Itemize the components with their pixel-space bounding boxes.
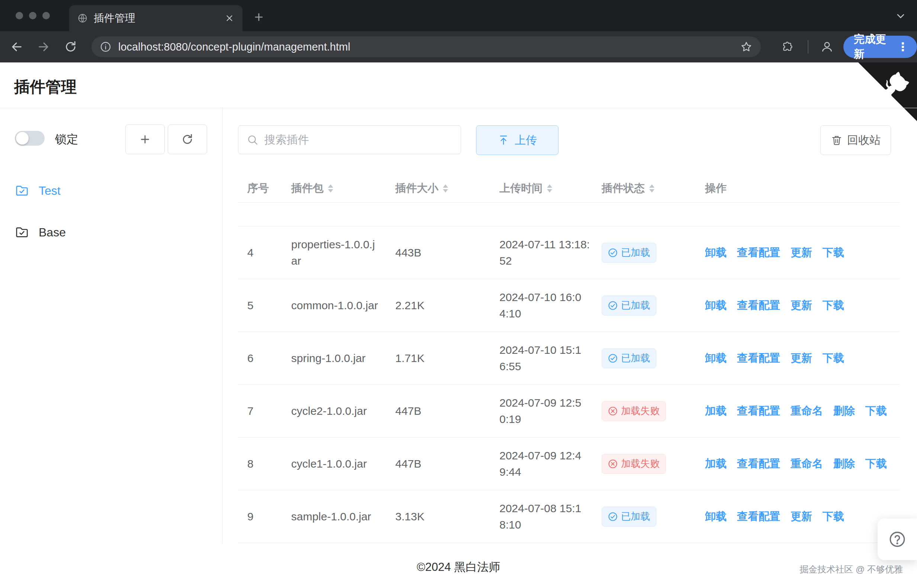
action-link[interactable]: 查看配置 — [737, 245, 780, 260]
sidebar-item-test[interactable]: Test — [15, 179, 61, 202]
address-bar[interactable]: localhost:8080/concept-plugin/management… — [92, 36, 761, 57]
column-header-label: 插件状态 — [602, 181, 645, 196]
column-header[interactable]: 插件大小 — [395, 181, 500, 196]
cell-upload-time: 2024-07-10 15:16:55 — [500, 342, 602, 375]
status-badge: 已加载 — [602, 507, 656, 527]
cell-actions: 卸载查看配置更新下载 — [705, 509, 900, 524]
action-link[interactable]: 下载 — [823, 351, 844, 366]
column-header[interactable]: 上传时间 — [500, 181, 602, 196]
cell-status: 已加载 — [602, 296, 705, 315]
cell-package: properties-1.0.0.jar — [291, 236, 395, 269]
back-button[interactable] — [10, 40, 23, 53]
action-link[interactable]: 下载 — [823, 509, 844, 524]
action-link[interactable]: 下载 — [823, 245, 844, 260]
status-badge-label: 加载失败 — [621, 457, 660, 470]
profile-avatar-icon[interactable] — [820, 40, 834, 53]
cell-upload-time: 2024-07-09 12:49:44 — [500, 447, 602, 480]
chrome-update-button[interactable]: 完成更新 ⋮ — [843, 36, 917, 58]
cell-status: 已加载 — [602, 348, 705, 368]
cell-upload-time: 2024-07-10 16:04:10 — [500, 289, 602, 322]
action-link[interactable]: 卸载 — [705, 245, 726, 260]
url-text[interactable]: localhost:8080/concept-plugin/management… — [118, 41, 350, 53]
table-header-row: 序号插件包插件大小上传时间插件状态操作 — [238, 175, 900, 203]
action-link[interactable]: 更新 — [791, 245, 812, 260]
window-controls — [16, 12, 50, 19]
window-close-button[interactable] — [16, 12, 23, 19]
action-link[interactable]: 查看配置 — [737, 298, 780, 313]
action-link[interactable]: 查看配置 — [737, 509, 780, 524]
status-badge: 已加载 — [602, 348, 656, 368]
column-header-label: 序号 — [247, 181, 269, 196]
table-row: 9sample-1.0.0.jar3.13K2024-07-08 15:18:1… — [238, 490, 900, 543]
search-input[interactable] — [264, 133, 453, 146]
plus-icon — [139, 133, 151, 146]
action-link[interactable]: 更新 — [791, 351, 812, 366]
column-header-label: 插件大小 — [395, 181, 438, 196]
cell-actions: 加载查看配置重命名删除下载 — [705, 404, 900, 418]
recycle-bin-button[interactable]: 回收站 — [820, 125, 891, 155]
action-link[interactable]: 卸载 — [705, 298, 726, 313]
tab-search-chevron-icon[interactable] — [895, 10, 907, 21]
sort-carets-icon[interactable] — [649, 184, 655, 192]
new-tab-button[interactable] — [252, 10, 265, 24]
cell-upload-time: 2024-07-09 12:50:19 — [500, 395, 602, 427]
header-divider — [0, 108, 917, 108]
site-info-icon[interactable] — [100, 41, 112, 53]
column-header[interactable]: 插件包 — [291, 181, 395, 196]
action-link[interactable]: 下载 — [823, 298, 844, 313]
tab-close-icon[interactable] — [225, 13, 234, 23]
help-floating-button[interactable] — [878, 519, 917, 560]
cell-package: spring-1.0.0.jar — [291, 350, 395, 367]
action-link[interactable]: 更新 — [791, 298, 812, 313]
column-header[interactable]: 插件状态 — [602, 181, 705, 196]
action-link[interactable]: 加载 — [705, 404, 726, 418]
add-group-button[interactable] — [125, 124, 165, 154]
bookmark-star-icon[interactable] — [740, 40, 753, 53]
sort-carets-icon[interactable] — [328, 184, 333, 192]
action-link[interactable]: 查看配置 — [737, 456, 780, 471]
browser-toolbar: localhost:8080/concept-plugin/management… — [0, 31, 917, 63]
sort-carets-icon[interactable] — [443, 184, 448, 192]
extensions-puzzle-icon[interactable] — [781, 41, 794, 53]
cell-size: 1.71K — [395, 352, 500, 365]
action-link[interactable]: 下载 — [865, 456, 887, 471]
action-link[interactable]: 卸载 — [705, 351, 726, 366]
check-circle-icon — [608, 248, 618, 258]
action-link[interactable]: 加载 — [705, 456, 726, 471]
action-link[interactable]: 卸载 — [705, 509, 726, 524]
sidebar-button-group — [125, 124, 207, 154]
browser-tab[interactable]: 插件管理 — [69, 5, 243, 31]
table-row: 5common-1.0.0.jar2.21K2024-07-10 16:04:1… — [238, 279, 900, 332]
cell-size: 2.21K — [395, 299, 500, 312]
action-link[interactable]: 删除 — [833, 404, 855, 418]
window-minimize-button[interactable] — [29, 12, 36, 19]
sort-carets-icon[interactable] — [547, 184, 552, 192]
question-circle-icon — [888, 530, 906, 548]
action-link[interactable]: 下载 — [865, 404, 887, 418]
action-link[interactable]: 查看配置 — [737, 404, 780, 418]
reload-button[interactable] — [64, 40, 78, 53]
status-badge-label: 已加载 — [621, 246, 650, 259]
cell-status: 已加载 — [602, 243, 705, 263]
refresh-groups-button[interactable] — [168, 124, 207, 154]
action-link[interactable]: 更新 — [791, 509, 812, 524]
forward-button[interactable] — [37, 40, 50, 53]
table-row: 6spring-1.0.0.jar1.71K2024-07-10 15:16:5… — [238, 332, 900, 385]
menu-kebab-icon[interactable]: ⋮ — [897, 41, 909, 53]
page-footer: ©2024 黑白法师 — [0, 559, 917, 575]
action-link[interactable]: 重命名 — [791, 404, 823, 418]
table-row-clipped — [238, 203, 900, 226]
column-header-label: 操作 — [705, 181, 726, 196]
window-zoom-button[interactable] — [42, 12, 50, 19]
sidebar-item-base[interactable]: Base — [15, 221, 66, 244]
action-link[interactable]: 删除 — [833, 456, 855, 471]
status-badge: 加载失败 — [602, 401, 666, 421]
action-link[interactable]: 查看配置 — [737, 351, 780, 366]
upload-button[interactable]: 上传 — [476, 125, 558, 155]
lock-toggle[interactable] — [15, 131, 45, 146]
search-field — [238, 125, 461, 154]
action-link[interactable]: 重命名 — [791, 456, 823, 471]
github-corner-link[interactable] — [858, 63, 917, 121]
toolbar-divider — [808, 40, 809, 53]
check-circle-icon — [608, 354, 618, 363]
